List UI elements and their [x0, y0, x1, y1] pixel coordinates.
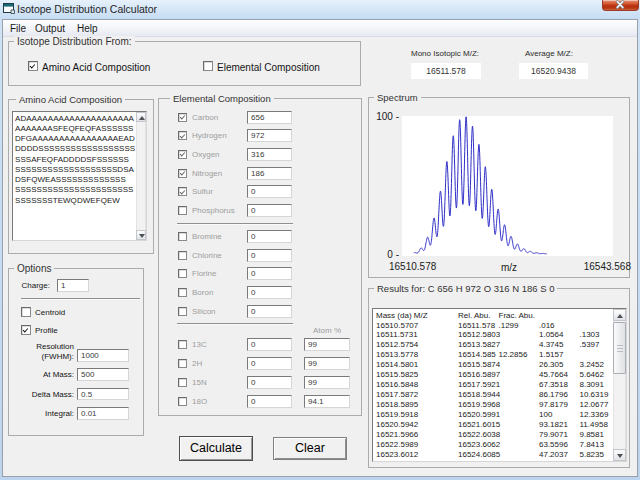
results-row[interactable]: 16519.591816520.599110012.3369 — [373, 410, 626, 420]
isotope-18o-atom-percent-input[interactable]: 94.1 — [304, 395, 350, 408]
element-florine-checkbox[interactable] — [178, 269, 187, 278]
menu-item-output[interactable]: Output — [35, 23, 65, 34]
results-row[interactable]: 16514.580116515.587426.3053.2452 — [373, 360, 626, 370]
results-row[interactable]: 16517.587216518.594486.179610.6319 — [373, 390, 626, 400]
results-header-row[interactable]: Mass (da) M/ZRel. Abu.Frac. Abu. — [373, 311, 626, 321]
element-boron-value-input[interactable]: 0 — [247, 286, 292, 299]
elemental-separator-1 — [177, 223, 293, 225]
from-option-checkbox-0[interactable] — [28, 61, 38, 71]
option-field-input[interactable]: 0.5 — [77, 388, 129, 401]
isotope-13c-checkbox[interactable] — [178, 340, 187, 349]
calculate-button[interactable]: Calculate — [179, 436, 253, 461]
element-nitrogen-value-input[interactable]: 186 — [247, 167, 292, 180]
results-list[interactable]: Mass (da) M/ZRel. Abu.Frac. Abu.16510.57… — [372, 308, 627, 462]
isotope-2h-atom-percent-input[interactable]: 99 — [304, 357, 350, 370]
element-oxygen-label: Oxygen — [192, 150, 220, 159]
results-row[interactable]: 16516.584816517.592167.35188.3091 — [373, 380, 626, 390]
amino-sequence-line: DSFQWEASSSSSSSSSSSSS — [15, 175, 126, 185]
isotope-15n-value-input[interactable]: 0 — [247, 376, 292, 389]
element-boron-label: Boron — [192, 288, 213, 297]
results-row[interactable]: 16521.596616522.603879.90719.8581 — [373, 430, 626, 440]
element-silicon-value-input[interactable]: 0 — [247, 305, 292, 318]
amino-acid-group-title: Amino Acid Composition — [16, 94, 125, 105]
option-field-input[interactable]: 0.01 — [77, 407, 129, 420]
element-sulfur-value-input[interactable]: 0 — [247, 185, 292, 198]
amino-sequence-line: DDDDSSSSSSSSSSSSSSSSSS — [15, 144, 135, 154]
results-cell: Mass (da) M/Z — [376, 311, 428, 321]
isotope-15n-atom-percent-input[interactable]: 99 — [304, 376, 350, 389]
amino-scroll-down-button[interactable] — [136, 230, 146, 240]
results-row[interactable]: 16522.598916523.606263.55967.8413 — [373, 440, 626, 450]
results-cell: 1.5157 — [539, 350, 563, 360]
x-axis-right-label: 16543.568 — [541, 261, 631, 272]
element-boron-checkbox[interactable] — [178, 288, 187, 297]
check-icon — [23, 326, 29, 332]
profile-checkbox[interactable] — [21, 325, 31, 335]
results-cell: 16522.6038 — [458, 430, 500, 440]
element-chlorine-value-input[interactable]: 0 — [247, 249, 292, 262]
amino-acid-sequence-input[interactable]: ADAAAAAAAAAAAAAAAAAAAAAAAAAAASFEQFEQFASS… — [12, 111, 147, 241]
from-option-checkbox-1[interactable] — [203, 61, 213, 71]
results-cell: 1.0564 — [539, 330, 563, 340]
average-mz-value[interactable]: 16520.9438 — [519, 63, 588, 79]
results-row[interactable]: 16511.573116512.58031.0564.1303 — [373, 330, 626, 340]
element-oxygen-checkbox[interactable] — [178, 150, 187, 159]
results-cell: 16523.6062 — [458, 440, 500, 450]
menu-item-help[interactable]: Help — [77, 23, 98, 34]
results-row[interactable]: 16510.570716511.578.1299.016 — [373, 321, 626, 331]
isotope-13c-value-input[interactable]: 0 — [247, 338, 292, 351]
clear-button[interactable]: Clear — [273, 437, 347, 460]
isotope-18o-value-input[interactable]: 0 — [247, 395, 292, 408]
element-phosphorus-value-input[interactable]: 0 — [247, 204, 292, 217]
close-button[interactable] — [602, 0, 639, 11]
menu-item-file[interactable]: File — [10, 23, 26, 34]
results-scrollbar-thumb[interactable] — [613, 322, 626, 374]
element-silicon-checkbox[interactable] — [178, 307, 187, 316]
amino-scrollbar[interactable] — [136, 112, 146, 240]
results-cell: .016 — [539, 321, 555, 331]
element-sulfur-checkbox[interactable] — [178, 187, 187, 196]
element-bromine-value-input[interactable]: 0 — [247, 230, 292, 243]
centroid-checkbox[interactable] — [21, 307, 31, 317]
isotope-13c-label: 13C — [192, 340, 207, 349]
element-carbon-checkbox[interactable] — [178, 113, 187, 122]
element-chlorine-label: Chlorine — [192, 251, 222, 260]
element-carbon-value-input[interactable]: 656 — [247, 111, 292, 124]
thumb-grip-icon — [617, 345, 623, 346]
amino-scroll-up-button[interactable] — [136, 112, 146, 122]
results-cell: 16521.5966 — [376, 430, 418, 440]
element-bromine-checkbox[interactable] — [178, 232, 187, 241]
isotope-2h-value-input[interactable]: 0 — [247, 357, 292, 370]
option-field-input[interactable]: 500 — [77, 368, 129, 381]
results-row[interactable]: 16523.601216524.608547.20375.8235 — [373, 450, 626, 460]
elemental-separator-2 — [177, 323, 293, 325]
element-hydrogen-value-input[interactable]: 972 — [247, 129, 292, 142]
results-scroll-down-button[interactable] — [613, 449, 626, 461]
element-hydrogen-checkbox[interactable] — [178, 131, 187, 140]
isotope-13c-atom-percent-input[interactable]: 99 — [304, 338, 350, 351]
element-florine-value-input[interactable]: 0 — [247, 267, 292, 280]
element-nitrogen-checkbox[interactable] — [178, 169, 187, 178]
option-field-input[interactable]: 1000 — [77, 349, 129, 362]
element-silicon-label: Silicon — [192, 307, 216, 316]
isotope-18o-checkbox[interactable] — [178, 397, 187, 406]
element-florine-label: Florine — [192, 269, 216, 278]
results-row[interactable]: 16518.589516519.596897.817912.0677 — [373, 400, 626, 410]
title-bar[interactable]: Isotope Distribution Calculator — [0, 0, 640, 19]
results-cell: 16519.5918 — [376, 410, 418, 420]
results-cell: 16515.5825 — [376, 370, 418, 380]
results-row[interactable]: 16520.594216521.601593.182111.4958 — [373, 420, 626, 430]
charge-input[interactable]: 1 — [57, 279, 89, 292]
isotope-15n-checkbox[interactable] — [178, 378, 187, 387]
mono-isotopic-mz-value[interactable]: 16511.578 — [411, 63, 481, 79]
isotope-2h-checkbox[interactable] — [178, 359, 187, 368]
results-scroll-up-button[interactable] — [613, 309, 626, 321]
results-row[interactable]: 16512.575416513.58274.3745.5397 — [373, 340, 626, 350]
from-option-label-1: Elemental Composition — [217, 62, 320, 73]
element-chlorine-checkbox[interactable] — [178, 251, 187, 260]
results-row[interactable]: 16513.577816514.58512.28561.5157 — [373, 350, 626, 360]
element-oxygen-value-input[interactable]: 316 — [247, 148, 292, 161]
element-phosphorus-checkbox[interactable] — [178, 206, 187, 215]
results-cell: 16520.5991 — [458, 410, 500, 420]
results-row[interactable]: 16515.582516516.589745.76645.6462 — [373, 370, 626, 380]
